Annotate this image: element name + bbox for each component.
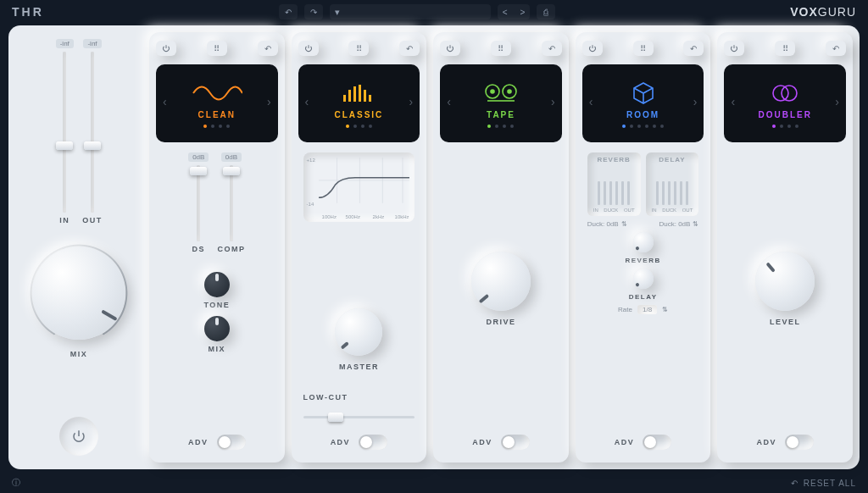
clean-wave-icon (192, 80, 242, 107)
tape-display[interactable]: ‹ › TAPE (440, 64, 562, 142)
tape-reset-button[interactable]: ↶ (542, 41, 562, 56)
eq-x-1: 500Hz (346, 214, 360, 219)
room-power-button[interactable] (582, 41, 603, 56)
lowcut-slider[interactable] (303, 408, 415, 425)
rate-stepper[interactable]: Rate 1/8 ⇅ (618, 305, 668, 314)
svg-rect-1 (348, 90, 351, 102)
eq-y-top: +12 (307, 158, 315, 163)
classic-adv-label: ADV (331, 438, 351, 446)
master-knob[interactable] (335, 308, 382, 356)
power-icon (71, 429, 86, 444)
product-brand: VOXGURU (790, 5, 856, 19)
room-adv-toggle[interactable] (643, 435, 671, 450)
room-prev-icon[interactable]: ‹ (589, 95, 593, 108)
preset-dropdown[interactable]: ▾ (330, 4, 491, 19)
input-value-badge: -inf (56, 39, 74, 48)
power-button[interactable] (59, 417, 98, 456)
level-knob[interactable] (755, 252, 815, 311)
svg-point-16 (782, 86, 797, 101)
delay-meter-box: DELAY INDUCKOUT (646, 152, 699, 216)
app-logo: THR (12, 5, 44, 19)
output-slider[interactable]: -inf OUT (82, 39, 103, 224)
output-label: OUT (82, 216, 103, 224)
doubler-display[interactable]: ‹ › DOUBLER (724, 64, 846, 142)
undo-button[interactable]: ↶ (279, 4, 298, 19)
clean-next-icon[interactable]: › (267, 95, 271, 108)
drive-label: DRIVE (486, 318, 515, 326)
classic-power-button[interactable] (298, 41, 319, 56)
reset-all-label: RESET ALL (804, 479, 856, 488)
classic-next-icon[interactable]: › (409, 95, 414, 108)
rate-value: 1/8 (637, 305, 657, 314)
input-label: IN (59, 216, 70, 224)
delay-knob[interactable] (633, 269, 654, 289)
input-slider[interactable]: -inf IN (55, 39, 74, 224)
tape-reels-icon (482, 80, 520, 107)
module-doubler: ⠿ ↶ ‹ › DOUBLER LEVEL ADV (717, 32, 853, 463)
room-drag-handle[interactable]: ⠿ (633, 41, 654, 56)
master-label: MASTER (339, 363, 379, 371)
reset-icon: ↶ (791, 479, 798, 488)
svg-rect-0 (343, 95, 346, 102)
module-clean: ⠿ ↶ ‹ › CLEAN 0dB DS 0dB COMP (149, 32, 285, 463)
svg-rect-5 (369, 95, 371, 102)
ds-slider[interactable]: 0dB DS (188, 152, 209, 253)
doubler-next-icon[interactable]: › (835, 95, 839, 108)
redo-button[interactable]: ↷ (304, 4, 323, 19)
classic-adv-toggle[interactable] (359, 435, 387, 450)
tape-prev-icon[interactable]: ‹ (447, 95, 451, 108)
top-bar: THR ↶ ↷ ▾ < > ⎙ VOXGURU (0, 0, 868, 24)
room-cube-icon (632, 80, 655, 107)
tape-adv-toggle[interactable] (501, 435, 530, 450)
doubler-prev-icon[interactable]: ‹ (731, 95, 735, 108)
tape-power-button[interactable] (440, 41, 460, 56)
classic-prev-icon[interactable]: ‹ (305, 95, 309, 108)
clean-drag-handle[interactable]: ⠿ (207, 41, 227, 56)
clean-adv-label: ADV (188, 438, 209, 446)
eq-y-bot: -14 (307, 202, 314, 207)
io-section: -inf IN -inf OUT MIX (15, 32, 142, 463)
reverb-box-label: REVERB (598, 156, 631, 163)
clean-prev-icon[interactable]: ‹ (163, 95, 167, 108)
clean-adv-toggle[interactable] (217, 435, 246, 450)
doubler-circles-icon (768, 80, 802, 107)
tape-next-icon[interactable]: › (551, 95, 555, 108)
save-preset-button[interactable]: ⎙ (537, 4, 555, 19)
clean-mix-label: MIX (209, 345, 226, 353)
delay-duck-stepper[interactable]: Duck: 0dB⇅ (659, 220, 698, 228)
level-label: LEVEL (770, 318, 801, 326)
clean-display[interactable]: ‹ › CLEAN (156, 64, 278, 142)
doubler-drag-handle[interactable]: ⠿ (775, 41, 795, 56)
mix-knob[interactable] (22, 236, 136, 350)
doubler-power-button[interactable] (724, 41, 744, 56)
comp-label: COMP (217, 245, 245, 253)
ds-badge: 0dB (188, 152, 209, 162)
tape-title: TAPE (487, 110, 515, 119)
bottom-bar: ⓘ ↶ RESET ALL (0, 473, 868, 493)
doubler-reset-button[interactable]: ↶ (826, 41, 846, 56)
tone-knob[interactable] (204, 272, 230, 297)
clean-reset-button[interactable]: ↶ (258, 41, 278, 56)
reset-all-button[interactable]: ↶ RESET ALL (791, 479, 856, 488)
preset-nav[interactable]: < > (498, 4, 530, 19)
svg-point-13 (491, 90, 494, 93)
comp-slider[interactable]: 0dB COMP (217, 152, 245, 253)
drive-knob[interactable] (471, 252, 531, 311)
room-display[interactable]: ‹ › ROOM (582, 64, 704, 142)
tape-adv-label: ADV (472, 438, 492, 446)
svg-rect-3 (359, 85, 361, 102)
eq-graph[interactable]: +12 -14 100Hz 500Hz 2kHz 10kHz (303, 152, 415, 222)
tape-drag-handle[interactable]: ⠿ (491, 41, 511, 56)
clean-mix-knob[interactable] (204, 316, 230, 341)
classic-display[interactable]: ‹ › CLASSIC (298, 64, 420, 142)
clean-power-button[interactable] (156, 41, 176, 56)
info-button[interactable]: ⓘ (12, 477, 20, 489)
classic-drag-handle[interactable]: ⠿ (348, 41, 369, 56)
room-next-icon[interactable]: › (693, 95, 698, 108)
classic-reset-button[interactable]: ↶ (399, 41, 420, 56)
comp-badge: 0dB (221, 152, 242, 162)
doubler-adv-toggle[interactable] (785, 435, 814, 450)
reverb-duck-stepper[interactable]: Duck: 0dB⇅ (587, 220, 627, 228)
room-reset-button[interactable]: ↶ (683, 41, 704, 56)
reverb-knob[interactable] (633, 232, 654, 252)
